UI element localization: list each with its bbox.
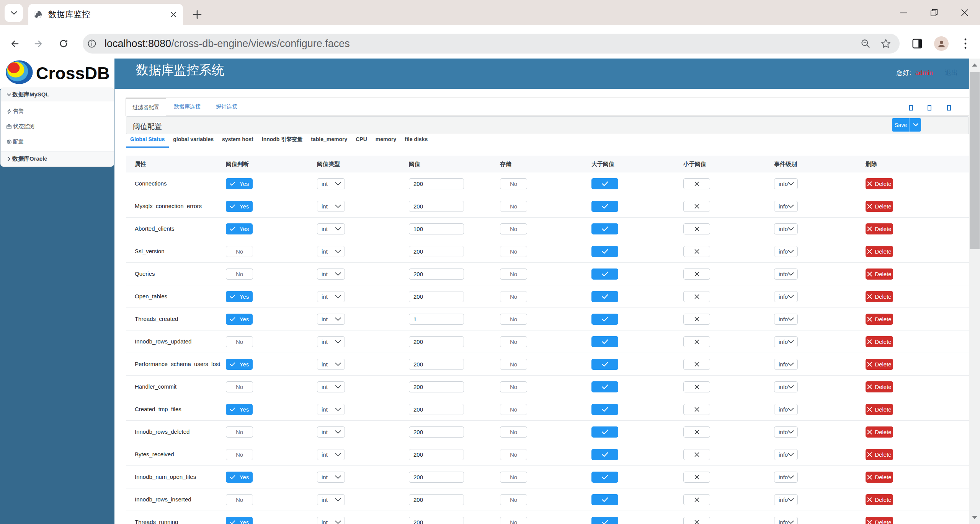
lt-toggle[interactable] [683,178,710,189]
zoom-out-icon[interactable] [861,39,871,49]
address-bar[interactable]: localhost:8080/cross-db-engine/views/con… [83,34,900,54]
lt-toggle[interactable] [683,517,710,524]
gt-toggle[interactable] [591,291,618,302]
store-toggle[interactable]: No [500,291,527,302]
tab-probe-connection[interactable]: 探针连接 [216,98,237,116]
level-select[interactable]: info [774,359,798,370]
threshold-input[interactable]: 200 [409,336,464,347]
gt-toggle[interactable] [591,178,618,189]
gt-toggle[interactable] [591,314,618,325]
logout-link[interactable]: 退出 [945,69,958,76]
level-select[interactable]: info [774,201,798,212]
gt-toggle[interactable] [591,223,618,234]
subtab-global-variables[interactable]: global variables [169,135,218,148]
judge-toggle[interactable]: Yes [226,314,253,325]
type-select[interactable]: int [317,449,345,460]
threshold-input[interactable]: 200 [409,517,464,524]
subtab-cpu[interactable]: CPU [351,135,371,148]
level-select[interactable]: info [774,269,798,280]
gt-toggle[interactable] [591,404,618,415]
save-menu-button[interactable] [910,118,921,132]
scrollbar-up-button[interactable] [969,59,980,72]
lt-toggle[interactable] [683,426,710,438]
store-toggle[interactable]: No [500,404,527,415]
store-toggle[interactable]: No [500,381,527,392]
subtab-table-memory[interactable]: table_memory [307,135,351,148]
threshold-input[interactable]: 200 [409,359,464,370]
info-icon[interactable] [88,39,96,48]
tab-db-connection[interactable]: 数据库连接 [174,98,201,116]
delete-button[interactable]: Delete [866,426,893,438]
store-toggle[interactable]: No [500,178,527,189]
threshold-input[interactable]: 200 [409,472,464,483]
gt-toggle[interactable] [591,269,618,280]
threshold-input[interactable]: 200 [409,494,464,505]
store-toggle[interactable]: No [500,269,527,280]
window-restore-button[interactable] [919,0,949,25]
lt-toggle[interactable] [683,449,710,460]
delete-button[interactable]: Delete [866,314,893,325]
delete-button[interactable]: Delete [866,201,893,212]
store-toggle[interactable]: No [500,426,527,438]
gt-toggle[interactable] [591,517,618,524]
judge-toggle[interactable]: No [226,269,253,280]
store-toggle[interactable]: No [500,336,527,347]
judge-toggle[interactable]: Yes [226,201,253,212]
delete-button[interactable]: Delete [866,336,893,347]
lt-toggle[interactable] [683,246,710,257]
threshold-input[interactable]: 200 [409,246,464,257]
browser-tab[interactable]: 数据库监控 [28,4,183,25]
type-select[interactable]: int [317,201,345,212]
lt-toggle[interactable] [683,381,710,392]
type-select[interactable]: int [317,178,345,189]
judge-toggle[interactable]: No [226,426,253,438]
gt-toggle[interactable] [591,336,618,347]
threshold-input[interactable]: 200 [409,426,464,438]
judge-toggle[interactable]: No [226,336,253,347]
sidebar-item[interactable]: 配置 [1,134,114,150]
store-toggle[interactable]: No [500,517,527,524]
reload-button[interactable] [54,34,73,53]
lt-toggle[interactable] [683,404,710,415]
level-select[interactable]: info [774,223,798,234]
subtab-global-status[interactable]: Global Status [126,135,169,148]
subtab-system-host[interactable]: system host [218,135,258,148]
threshold-input[interactable]: 200 [409,269,464,280]
store-toggle[interactable]: No [500,449,527,460]
gt-toggle[interactable] [591,359,618,370]
type-select[interactable]: int [317,472,345,483]
type-select[interactable]: int [317,269,345,280]
level-select[interactable]: info [774,517,798,524]
url-text[interactable]: localhost:8080/cross-db-engine/views/con… [105,38,861,50]
store-toggle[interactable]: No [500,201,527,212]
delete-button[interactable]: Delete [866,269,893,280]
delete-button[interactable]: Delete [866,359,893,370]
window-close-button[interactable] [949,0,980,25]
judge-toggle[interactable]: No [226,381,253,392]
scrollbar-thumb[interactable] [970,72,980,249]
judge-toggle[interactable]: Yes [226,291,253,302]
scrollbar-down-button[interactable] [969,511,980,524]
lt-toggle[interactable] [683,201,710,212]
level-select[interactable]: info [774,449,798,460]
lt-toggle[interactable] [683,314,710,325]
judge-toggle[interactable]: Yes [226,178,253,189]
level-select[interactable]: info [774,472,798,483]
gt-toggle[interactable] [591,472,618,483]
level-select[interactable]: info [774,404,798,415]
threshold-input[interactable]: 200 [409,291,464,302]
threshold-input[interactable]: 200 [409,178,464,189]
sidebar-group-mysql[interactable]: 数据库MySQL [1,88,114,101]
gt-toggle[interactable] [591,246,618,257]
sidebar-item[interactable]: 状态监测 [1,119,114,134]
delete-button[interactable]: Delete [866,472,893,483]
gt-toggle[interactable] [591,494,618,505]
delete-button[interactable]: Delete [866,381,893,392]
judge-toggle[interactable]: Yes [226,472,253,483]
lt-toggle[interactable] [683,223,710,234]
placeholder-icon[interactable] [928,105,931,111]
lt-toggle[interactable] [683,336,710,347]
store-toggle[interactable]: No [500,314,527,325]
type-select[interactable]: int [317,314,345,325]
store-toggle[interactable]: No [500,494,527,505]
